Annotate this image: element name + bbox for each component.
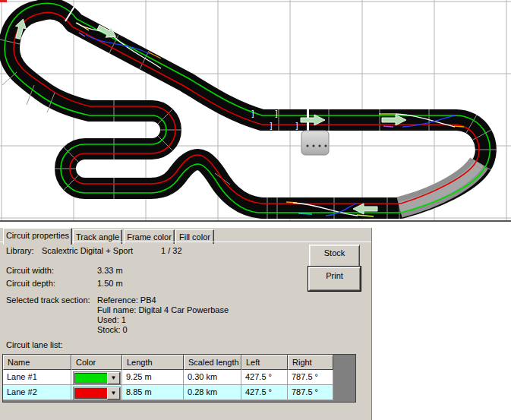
col-header-left[interactable]: Left	[241, 355, 288, 370]
track-canvas[interactable]: ] ] ] ]	[0, 0, 511, 222]
circuit-width-value: 3.33 m	[97, 266, 123, 275]
track-drawing[interactable]: ] ] ] ]	[0, 0, 511, 222]
col-header-scaled-length[interactable]: Scaled length	[184, 355, 241, 370]
bracket-mark: ]	[251, 109, 255, 118]
col-header-length[interactable]: Length	[122, 355, 184, 370]
track-band[interactable]	[9, 9, 486, 208]
lane1-length: 9.25 m	[122, 370, 184, 385]
lane-table: Name Color Length Scaled length Left Rig…	[2, 354, 356, 403]
table-row-lane2[interactable]: Lane #2 ▼ 8.85 m 0.28 km 427.5 ° 787.5 °	[3, 385, 333, 400]
track-edge-marker	[0, 0, 7, 2]
circuit-width-label: Circuit width:	[6, 266, 54, 275]
library-count: 1 / 32	[161, 246, 182, 255]
lane1-color-cell: ▼	[71, 370, 122, 385]
lane1-scaled-length: 0.30 km	[184, 370, 241, 385]
col-header-color[interactable]: Color	[71, 355, 122, 370]
table-row-lane1[interactable]: Lane #1 ▼ 9.25 m 0.30 km 427.5 ° 787.5 °	[3, 370, 333, 385]
canvas-bottom-border	[0, 220, 511, 222]
lane1-color-dropdown[interactable]: ▼	[73, 371, 121, 385]
bracket-mark: ]	[269, 122, 273, 130]
bracket-mark: ]	[295, 122, 299, 130]
lane2-color-cell: ▼	[71, 385, 122, 400]
print-button[interactable]: Print	[308, 267, 361, 291]
lane2-color-dropdown[interactable]: ▼	[73, 387, 121, 400]
circuit-depth-label: Circuit depth:	[6, 279, 55, 288]
lane1-name: Lane #1	[3, 370, 71, 385]
lane1-right: 787.5 °	[288, 370, 333, 385]
circuit-depth-value: 1.50 m	[97, 279, 123, 288]
lane2-scaled-length: 0.28 km	[184, 385, 241, 400]
selected-section-label: Selected track section:	[6, 295, 90, 305]
dropdown-arrow-icon[interactable]: ▼	[107, 372, 120, 384]
powerbase-piece[interactable]	[301, 131, 329, 155]
lane2-length: 8.85 m	[122, 385, 184, 400]
selected-used: Used: 1	[97, 315, 126, 324]
library-value: Scalextric Digital + Sport	[42, 246, 133, 255]
lane2-left: 427.5 °	[241, 385, 288, 400]
lane2-name: Lane #2	[3, 385, 71, 400]
lane2-color-swatch	[74, 388, 109, 399]
lane1-left: 427.5 °	[241, 370, 288, 385]
tab-circuit-properties[interactable]: Circuit properties	[3, 228, 72, 245]
lane-list-label: Circuit lane list:	[6, 340, 63, 349]
stock-button[interactable]: Stock	[309, 245, 360, 267]
dropdown-arrow-icon[interactable]: ▼	[107, 387, 120, 399]
bracket-mark: ]	[274, 109, 279, 118]
col-header-right[interactable]: Right	[288, 355, 333, 370]
selected-reference: Reference: PB4	[97, 295, 156, 305]
lane2-right: 787.5 °	[288, 385, 333, 400]
library-label: Library:	[6, 246, 34, 255]
selected-stock: Stock: 0	[97, 325, 128, 334]
lane1-color-swatch	[74, 373, 109, 384]
selected-full-name: Full name: Digital 4 Car Powerbase	[97, 305, 229, 314]
col-header-name[interactable]: Name	[3, 355, 71, 370]
